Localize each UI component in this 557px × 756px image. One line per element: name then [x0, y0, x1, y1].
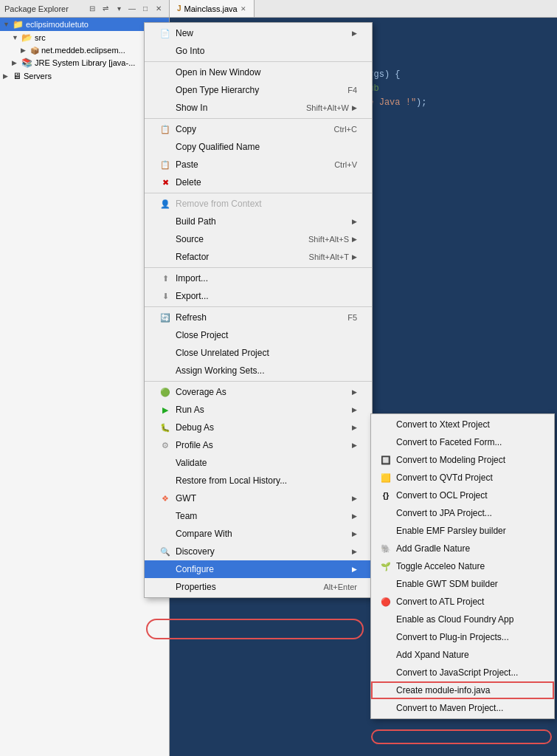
submenu-item-convert-jpa[interactable]: Convert to JPA Project...	[371, 504, 554, 522]
submenu-item-convert-qvtd[interactable]: 🟨 Convert to QVTd Project	[371, 469, 554, 487]
menu-item-restore-history[interactable]: Restore from Local History...	[145, 472, 372, 489]
submenu-label-convert-qvtd: Convert to QVTd Project	[396, 472, 493, 483]
menu-label-import: Import...	[176, 273, 208, 284]
submenu-item-convert-faceted[interactable]: Convert to Faceted Form...	[371, 433, 554, 451]
copy-shortcut: Ctrl+C	[334, 125, 357, 134]
submenu-item-convert-modeling[interactable]: 🔲 Convert to Modeling Project	[371, 451, 554, 469]
close-project-icon	[159, 329, 171, 341]
convert-ocl-icon: {}	[380, 489, 392, 501]
package-label: net.meddeb.eclipsem...	[41, 46, 125, 55]
submenu-item-convert-plugin[interactable]: Convert to Plug-in Projects...	[371, 628, 554, 646]
context-menu: 📄 New ▶ Go Into Open in New Window Open …	[144, 22, 373, 598]
submenu-item-convert-javascript[interactable]: Convert to JavaScript Project...	[371, 664, 554, 681]
submenu-item-add-gradle[interactable]: 🐘 Add Gradle Nature	[371, 540, 554, 557]
menu-item-remove-context: 👤 Remove from Context	[145, 195, 372, 213]
minimize-icon[interactable]: —	[126, 3, 138, 15]
submenu-label-convert-maven: Convert to Maven Project...	[396, 703, 503, 713]
menu-item-team[interactable]: Team ▶	[145, 507, 372, 525]
menu-item-debug-as[interactable]: 🐛 Debug As ▶	[145, 419, 372, 436]
panel-icons: ⊟ ⇌ ▾ — □ ✕	[86, 3, 165, 15]
menu-label-gwt: GWT	[176, 493, 196, 504]
tab-close-icon[interactable]: ✕	[241, 5, 246, 13]
project-folder-icon: 📁	[13, 19, 24, 30]
convert-maven-icon	[380, 702, 392, 714]
maximize-icon[interactable]: □	[139, 3, 151, 15]
menu-item-close-unrelated[interactable]: Close Unrelated Project	[145, 344, 372, 362]
menu-item-properties[interactable]: Properties Alt+Enter	[145, 578, 372, 596]
source-icon	[159, 233, 171, 245]
menu-item-paste[interactable]: 📋 Paste Ctrl+V	[145, 156, 372, 173]
editor-tab-mainclass[interactable]: J Mainclass.java ✕	[170, 0, 255, 17]
submenu-label-enable-cloud: Enable as Cloud Foundry App	[396, 614, 513, 625]
menu-item-compare-with[interactable]: Compare With ▶	[145, 525, 372, 543]
separator-2	[145, 118, 372, 119]
show-in-shortcut: Shift+Alt+W	[306, 103, 349, 112]
submenu-item-add-xpand[interactable]: Add Xpand Nature	[371, 646, 554, 664]
submenu-label-enable-emf: Enable EMF Parsley builder	[396, 526, 506, 536]
validate-icon	[159, 457, 171, 469]
menu-label-export: Export...	[176, 291, 209, 301]
editor-tab-bar: J Mainclass.java ✕	[170, 0, 557, 18]
submenu-label-convert-jpa: Convert to JPA Project...	[396, 508, 492, 518]
menu-item-copy[interactable]: 📋 Copy Ctrl+C	[145, 120, 372, 138]
debug-as-icon: 🐛	[159, 422, 171, 433]
export-icon: ⬇	[159, 290, 171, 302]
menu-item-gwt[interactable]: ❖ GWT ▶	[145, 489, 372, 507]
submenu-item-convert-ocl[interactable]: {} Convert to OCL Project	[371, 487, 554, 504]
submenu-label-convert-plugin: Convert to Plug-in Projects...	[396, 632, 509, 642]
menu-label-refactor: Refactor	[176, 252, 209, 262]
type-hierarchy-shortcut: F4	[347, 86, 357, 94]
collapse-all-icon[interactable]: ⊟	[86, 3, 98, 15]
submenu-item-enable-cloud[interactable]: Enable as Cloud Foundry App	[371, 611, 554, 628]
menu-item-discovery[interactable]: 🔍 Discovery ▶	[145, 543, 372, 560]
menu-item-validate[interactable]: Validate	[145, 454, 372, 472]
menu-item-source[interactable]: Source Shift+Alt+S ▶	[145, 230, 372, 248]
menu-label-run-as: Run As	[176, 405, 204, 415]
menu-item-open-type-hierarchy[interactable]: Open Type Hierarchy F4	[145, 81, 372, 99]
convert-atl-icon: 🔴	[380, 596, 392, 608]
convert-jpa-icon	[380, 507, 392, 519]
link-editor-icon[interactable]: ⇌	[100, 3, 111, 15]
package-icon: 📦	[30, 47, 39, 55]
menu-item-run-as[interactable]: ▶ Run As ▶	[145, 401, 372, 419]
copy-qualified-icon	[159, 141, 171, 153]
menu-item-build-path[interactable]: Build Path ▶	[145, 213, 372, 230]
submenu-item-enable-emf[interactable]: Enable EMF Parsley builder	[371, 522, 554, 540]
submenu-label-convert-modeling: Convert to Modeling Project	[396, 455, 505, 465]
menu-label-assign-sets: Assign Working Sets...	[176, 365, 265, 376]
menu-item-refresh[interactable]: 🔄 Refresh F5	[145, 309, 372, 326]
menu-item-new[interactable]: 📄 New ▶	[145, 24, 372, 42]
menu-item-open-new-window[interactable]: Open in New Window	[145, 63, 372, 81]
menu-item-close-project[interactable]: Close Project	[145, 326, 372, 344]
submenu-item-convert-xtext[interactable]: Convert to Xtext Project	[371, 416, 554, 433]
menu-item-show-in[interactable]: Show In Shift+Alt+W ▶	[145, 99, 372, 117]
properties-icon	[159, 581, 171, 593]
menu-item-export[interactable]: ⬇ Export...	[145, 287, 372, 305]
menu-item-profile-as[interactable]: ⚙ Profile As ▶	[145, 436, 372, 454]
refactor-icon	[159, 251, 171, 263]
go-into-icon	[159, 45, 171, 57]
menu-item-coverage-as[interactable]: 🟢 Coverage As ▶	[145, 383, 372, 401]
menu-item-copy-qualified[interactable]: Copy Qualified Name	[145, 138, 372, 156]
view-menu-icon[interactable]: ▾	[113, 3, 125, 15]
convert-faceted-icon	[380, 436, 392, 448]
submenu-label-add-gradle: Add Gradle Nature	[396, 543, 470, 554]
close-icon[interactable]: ✕	[153, 3, 165, 15]
debug-as-arrow: ▶	[352, 424, 357, 431]
submenu-item-convert-atl[interactable]: 🔴 Convert to ATL Project	[371, 593, 554, 611]
menu-item-assign-sets[interactable]: Assign Working Sets...	[145, 362, 372, 379]
add-xpand-icon	[380, 649, 392, 661]
menu-label-close-unrelated: Close Unrelated Project	[176, 348, 269, 358]
submenu-item-toggle-acceleo[interactable]: 🌱 Toggle Acceleo Nature	[371, 557, 554, 575]
menu-item-go-into[interactable]: Go Into	[145, 42, 372, 60]
menu-item-import[interactable]: ⬆ Import...	[145, 269, 372, 287]
src-label: src	[35, 33, 46, 42]
java-file-icon: J	[177, 4, 181, 13]
submenu-item-enable-gwt[interactable]: Enable GWT SDM builder	[371, 575, 554, 593]
menu-item-configure[interactable]: Configure ▶	[145, 560, 372, 578]
submenu-item-create-module-info[interactable]: Create module-info.java	[371, 681, 554, 699]
separator-3	[145, 193, 372, 193]
menu-item-refactor[interactable]: Refactor Shift+Alt+T ▶	[145, 248, 372, 266]
submenu-item-convert-maven[interactable]: Convert to Maven Project...	[371, 699, 554, 717]
menu-item-delete[interactable]: ✖ Delete	[145, 173, 372, 191]
